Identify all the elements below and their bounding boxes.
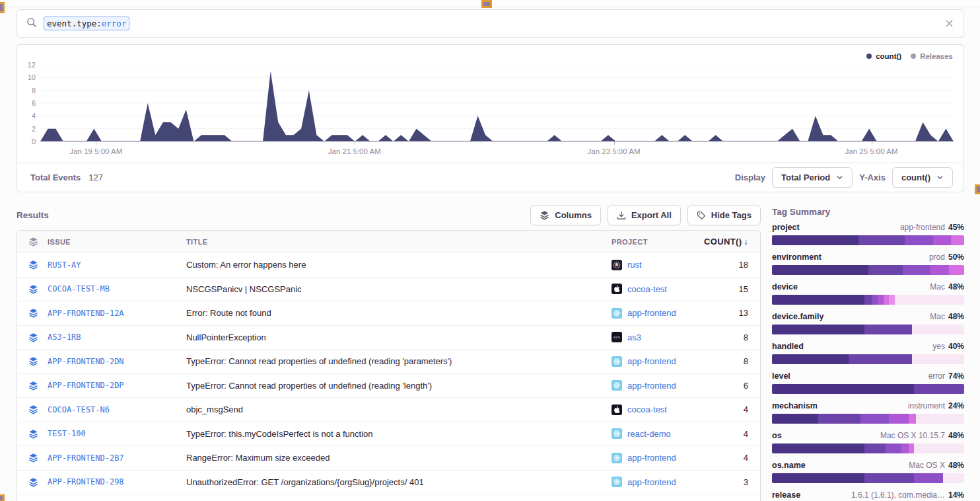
issue-link[interactable]: AS3-1RB	[48, 332, 186, 342]
hide-tags-button[interactable]: Hide Tags	[687, 205, 761, 225]
table-row[interactable]: APP-FRONTEND-298UnauthorizedError: GET /…	[17, 470, 760, 494]
tag-bar-segment[interactable]	[858, 235, 905, 245]
column-header-issue[interactable]: ISSUE	[48, 238, 186, 246]
table-row[interactable]: APP-FRONTEND-2DNTypeError: Cannot read p…	[17, 349, 760, 373]
project-name: rust	[627, 260, 642, 270]
react-icon	[612, 356, 622, 367]
tag-bar-segment[interactable]	[868, 265, 903, 275]
tag-bar-segment[interactable]	[912, 354, 964, 364]
project-link[interactable]: app-frontend	[612, 477, 707, 487]
issue-link[interactable]: COCOA-TEST-MB	[48, 284, 186, 293]
project-link[interactable]: react-demo	[612, 428, 707, 439]
tag-percent: 74%	[948, 371, 964, 381]
tag-bar-segment[interactable]	[912, 325, 964, 334]
issue-link[interactable]: APP-FRONTEND-2DP	[48, 381, 186, 390]
legend-item-count[interactable]: count()	[866, 52, 901, 60]
code-icon: </>	[612, 332, 622, 342]
issue-link[interactable]: APP-FRONTEND-2B7	[48, 453, 186, 463]
column-header-title[interactable]: TITLE	[186, 238, 612, 246]
tag-bar-segment[interactable]	[772, 295, 864, 305]
issue-link[interactable]: APP-FRONTEND-298	[48, 477, 186, 486]
tag-bar-segment[interactable]	[864, 295, 872, 305]
tag-bar-segment[interactable]	[914, 473, 943, 483]
search-bar[interactable]: event.type:error	[17, 9, 964, 38]
project-link[interactable]: app-frontend	[612, 308, 707, 319]
close-icon[interactable]	[944, 19, 954, 28]
tag-bar-segment[interactable]	[772, 235, 858, 245]
tag-bar-segment[interactable]	[772, 384, 914, 394]
tag-bar-segment[interactable]	[864, 443, 886, 453]
tag-bar-segment[interactable]	[886, 443, 901, 453]
column-header-project[interactable]: PROJECT	[612, 238, 707, 246]
export-all-button[interactable]: Export All	[608, 205, 681, 225]
tag-bar-segment[interactable]	[889, 295, 895, 305]
table-row[interactable]: APP-FRONTEND-2B7RangeError: Maximum size…	[17, 445, 760, 470]
issue-link[interactable]: TEST-100	[48, 429, 186, 438]
x-tick-label: Jan 25 5:00 AM	[845, 147, 898, 155]
table-row[interactable]: COCOA-TEST-MBNSCGSPanicv | NSCGSPaniccoc…	[17, 277, 760, 301]
tag-bar-segment[interactable]	[949, 265, 964, 275]
issue-link[interactable]: RUST-AY	[48, 260, 186, 270]
tag-bar-segment[interactable]	[860, 414, 890, 424]
tag-bar-segment[interactable]	[878, 295, 884, 305]
tag-bar-segment[interactable]	[943, 473, 964, 483]
issue-link[interactable]: APP-FRONTEND-2DN	[48, 357, 186, 366]
project-link[interactable]: app-frontend	[612, 356, 707, 367]
y-axis-dropdown[interactable]: count()	[892, 167, 953, 188]
tag-bar-segment[interactable]	[818, 414, 860, 424]
chart-legend: count()Releases	[866, 52, 953, 60]
tag-summary-panel: Tag Summary projectapp-frontend45%enviro…	[772, 200, 964, 501]
tag-bar-segment[interactable]	[772, 414, 818, 424]
y-tick-label: 0	[32, 137, 36, 145]
tag-bar-segment[interactable]	[916, 414, 964, 424]
project-link[interactable]: </>as3	[612, 332, 707, 342]
project-link[interactable]: app-frontend	[612, 380, 707, 391]
tag-bar-segment[interactable]	[914, 443, 964, 453]
columns-button[interactable]: Columns	[530, 205, 601, 225]
table-row[interactable]: RUST-AYCustom: An error happens hereRrus…	[17, 252, 760, 277]
issue-link[interactable]: APP-FRONTEND-12A	[48, 309, 186, 318]
tag-bar-segment[interactable]	[772, 443, 864, 453]
search-query-token[interactable]: event.type:error	[44, 17, 129, 30]
table-row[interactable]: TEST-100TypeError: this.myCodeIsPerfect …	[17, 422, 760, 446]
tag-bar-segment[interactable]	[772, 473, 864, 483]
project-link[interactable]: cocoa-test	[612, 284, 707, 294]
tag-bar-segment[interactable]	[772, 325, 864, 334]
tag-bar-segment[interactable]	[864, 473, 915, 483]
y-tick-label: 12	[28, 61, 36, 69]
table-row[interactable]	[17, 494, 760, 501]
tag-bar-segment[interactable]	[872, 295, 878, 305]
tag-bar-segment[interactable]	[884, 295, 890, 305]
project-link[interactable]: cocoa-test	[612, 405, 707, 415]
column-header-count[interactable]: COUNT() ↓	[707, 237, 760, 247]
tag-bar-segment[interactable]	[909, 443, 915, 453]
tag-bar-segment[interactable]	[772, 265, 868, 275]
button-label: Hide Tags	[711, 210, 752, 220]
tag-bar-segment[interactable]	[864, 325, 913, 334]
tag-bar-segment[interactable]	[914, 384, 964, 394]
tag-bar-segment[interactable]	[905, 235, 934, 245]
tag-bar-segment[interactable]	[895, 295, 964, 305]
issue-link[interactable]: COCOA-TEST-N6	[48, 405, 186, 414]
project-name: app-frontend	[627, 453, 676, 463]
tag-bar-segment[interactable]	[951, 235, 964, 245]
table-row[interactable]: APP-FRONTEND-2DPTypeError: Cannot read p…	[17, 373, 760, 398]
tag-bar-segment[interactable]	[909, 414, 917, 424]
tag-bar-segment[interactable]	[930, 265, 949, 275]
tag-top-value: prod	[929, 252, 945, 262]
tag-bar-segment[interactable]	[933, 235, 950, 245]
tag-bar-segment[interactable]	[772, 354, 849, 364]
tag-bar-segment[interactable]	[849, 354, 912, 364]
table-row[interactable]: AS3-1RBNullPointerException</>as38	[17, 325, 760, 350]
table-row[interactable]: APP-FRONTEND-12AError: Route not foundap…	[17, 301, 760, 325]
table-row[interactable]: COCOA-TEST-N6objc_msgSendcocoa-test4	[17, 397, 760, 422]
legend-item-releases[interactable]: Releases	[911, 52, 953, 60]
area-chart[interactable]: 024681012	[40, 65, 954, 141]
tag-bar-segment[interactable]	[903, 265, 930, 275]
tag-bar-segment[interactable]	[901, 443, 909, 453]
project-link[interactable]: app-frontend	[612, 453, 707, 463]
project-link[interactable]: Rrust	[612, 260, 707, 270]
tag-bar-segment[interactable]	[889, 414, 908, 424]
display-dropdown[interactable]: Total Period	[772, 167, 853, 188]
tag-icon	[697, 211, 706, 220]
